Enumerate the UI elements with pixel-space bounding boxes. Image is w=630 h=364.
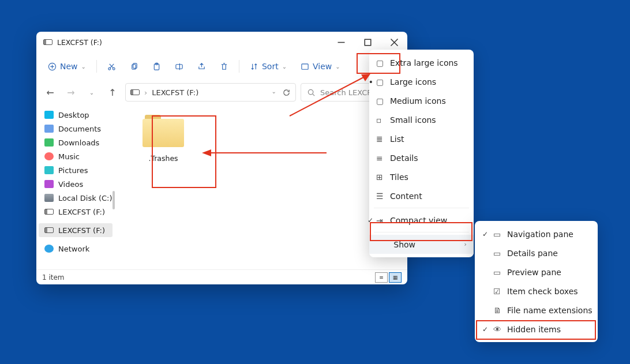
chevron-right-icon: › <box>464 241 467 248</box>
nav-label: LEXCFST (F:) <box>58 208 105 216</box>
submenu-item[interactable]: ☑Item check boxes <box>475 282 598 301</box>
nav-icon <box>44 194 54 202</box>
status-bar: 1 item ≡ ▦ <box>36 269 407 284</box>
menu-item[interactable]: ⊞Tiles <box>369 167 474 186</box>
menu-item-label: Details <box>390 153 418 163</box>
menu-item-label: Preview pane <box>507 268 561 277</box>
menu-item[interactable]: ☰Content <box>369 186 474 205</box>
submenu-item[interactable]: 👁Hidden items <box>475 320 598 339</box>
window-title: LEXCFST (F:) <box>57 38 102 47</box>
chevron-down-icon: ⌄ <box>335 63 340 70</box>
menu-icon: ▫ <box>376 115 382 125</box>
menu-icon: ▢ <box>376 77 384 87</box>
sort-icon <box>250 62 258 71</box>
menu-item-label: Details pane <box>507 249 558 258</box>
nav-icon <box>44 125 54 133</box>
svg-line-9 <box>110 63 114 67</box>
nav-label: Downloads <box>58 138 99 147</box>
menu-item-label: Medium icons <box>390 96 446 106</box>
menu-separator <box>374 232 469 232</box>
menu-item[interactable]: ≣List <box>369 129 474 148</box>
nav-label: Desktop <box>58 111 89 119</box>
submenu-item[interactable]: 🗎File name extensions <box>475 301 598 320</box>
nav-icon <box>44 152 54 160</box>
menu-icon: ▭ <box>493 249 501 258</box>
navpane-item[interactable]: Local Disk (C:) <box>36 191 115 205</box>
content-area[interactable]: .Trashes <box>115 104 407 269</box>
svg-line-19 <box>313 93 314 95</box>
drive-icon <box>43 39 52 45</box>
navpane-item[interactable]: Music <box>36 149 115 163</box>
copy-icon <box>130 62 138 71</box>
nav-label: Local Disk (C:) <box>58 194 112 202</box>
details-view-toggle[interactable]: ≡ <box>375 272 388 283</box>
share-icon <box>197 62 206 71</box>
menu-item[interactable]: ▫Small icons <box>369 110 474 129</box>
back-button[interactable]: ← <box>42 84 58 100</box>
svg-rect-15 <box>176 64 182 69</box>
up-button[interactable]: ↑ <box>104 84 121 100</box>
navpane-item[interactable]: LEXCFST (F:) <box>39 223 112 237</box>
recent-button[interactable]: ⌄ <box>84 84 100 100</box>
menu-icon: ⊞ <box>376 172 383 182</box>
search-icon <box>307 88 316 97</box>
submenu-item[interactable]: ▭Details pane <box>475 243 598 262</box>
menu-item-label: Tiles <box>390 172 408 182</box>
navpane-item[interactable]: Videos <box>36 177 115 191</box>
chevron-down-icon[interactable]: ⌄ <box>272 88 276 97</box>
submenu-item[interactable]: ▭Preview pane <box>475 262 598 282</box>
show-submenu: ▭Navigation pane▭Details pane▭Preview pa… <box>475 221 598 342</box>
menu-item-label: Item check boxes <box>507 287 578 296</box>
scissors-icon <box>107 62 116 71</box>
menu-item[interactable]: ▢Medium icons <box>369 91 474 110</box>
icons-view-toggle[interactable]: ▦ <box>389 272 402 283</box>
menu-icon: ▭ <box>493 268 501 277</box>
nav-icon <box>44 245 54 253</box>
forward-button[interactable]: → <box>63 84 79 100</box>
navpane-item[interactable]: LEXCFST (F:) <box>36 205 115 219</box>
menu-item-show[interactable]: Show › <box>369 235 474 254</box>
folder-icon <box>142 115 184 147</box>
navpane-item[interactable]: Pictures <box>36 163 115 177</box>
nav-icon <box>44 166 54 174</box>
svg-rect-17 <box>302 63 308 69</box>
menu-icon: 🗎 <box>493 306 501 315</box>
sort-button[interactable]: Sort ⌄ <box>244 57 292 76</box>
menu-item-label: File name extensions <box>507 306 592 315</box>
paste-button[interactable] <box>147 57 167 76</box>
menu-item[interactable]: ≡Details <box>369 148 474 167</box>
titlebar[interactable]: LEXCFST (F:) <box>36 32 407 52</box>
menu-item-compact-view[interactable]: ⇥ Compact view <box>369 211 474 230</box>
folder-item[interactable]: .Trashes <box>131 108 196 176</box>
minimize-button[interactable] <box>328 32 354 52</box>
refresh-icon[interactable] <box>282 88 291 97</box>
nav-icon <box>44 180 54 188</box>
navpane-item[interactable]: Network <box>36 242 115 256</box>
rename-button[interactable] <box>169 57 189 76</box>
menu-item[interactable]: ▢Large icons <box>369 72 474 91</box>
navpane-item[interactable]: Desktop <box>36 108 115 122</box>
share-button[interactable] <box>192 57 212 76</box>
cut-button[interactable] <box>102 57 122 76</box>
delete-button[interactable] <box>214 57 234 76</box>
view-button[interactable]: View ⌄ <box>295 57 346 76</box>
nav-label: Network <box>58 245 89 253</box>
nav-icon <box>44 111 54 119</box>
menu-item-label: Navigation pane <box>507 230 573 239</box>
svg-rect-11 <box>132 64 136 69</box>
navpane-item[interactable]: Downloads <box>36 136 115 149</box>
navigation-pane: DesktopDocumentsDownloadsMusicPicturesVi… <box>36 104 115 269</box>
file-explorer-window: LEXCFST (F:) New ⌄ Sort ⌄ View ⌄ <box>36 32 407 284</box>
chevron-down-icon: ⌄ <box>282 63 287 70</box>
menu-item-label: Content <box>390 192 422 201</box>
address-bar[interactable]: › LEXCFST (F:) ⌄ <box>125 83 296 102</box>
menu-item[interactable]: ▢Extra large icons <box>369 53 474 72</box>
new-button[interactable]: New ⌄ <box>42 57 92 76</box>
nav-icon <box>44 209 54 215</box>
navpane-item[interactable]: Documents <box>36 122 115 136</box>
chevron-right-icon: › <box>144 88 147 97</box>
submenu-item[interactable]: ▭Navigation pane <box>475 224 598 243</box>
nav-label: LEXCFST (F:) <box>58 226 105 235</box>
copy-button[interactable] <box>124 57 144 76</box>
menu-item-label: Small icons <box>390 115 436 125</box>
